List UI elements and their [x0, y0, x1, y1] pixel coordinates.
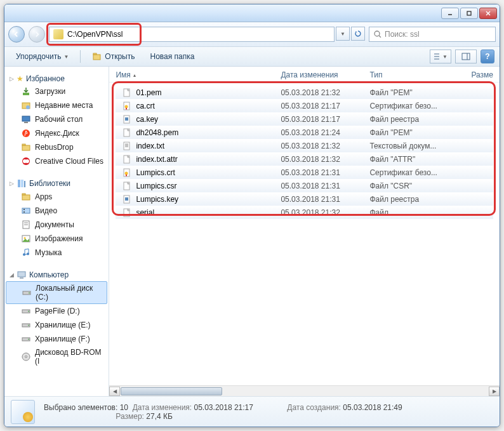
horizontal-scrollbar[interactable]: ◀ ▶	[109, 385, 500, 396]
file-name: ca.key	[136, 115, 158, 124]
svg-rect-28	[22, 194, 25, 195]
sidebar-item-fav-5[interactable]: Creative Cloud Files	[4, 154, 109, 168]
libraries-group: ▷Библиотеки AppsВидеоДокументыИзображени…	[4, 177, 109, 260]
computer-header[interactable]: ◢Компьютер	[4, 269, 109, 281]
file-date: 05.03.2018 21:31	[281, 168, 369, 177]
search-placeholder: Поиск: ssl	[385, 30, 420, 39]
sidebar-item-fav-0[interactable]: Загрузки	[4, 84, 109, 98]
svg-rect-17	[24, 122, 28, 123]
file-type: Файл	[369, 208, 471, 217]
refresh-button[interactable]	[351, 27, 365, 41]
organize-button[interactable]: Упорядочить ▼	[10, 50, 75, 63]
file-row[interactable]: ca.key05.03.2018 21:17Файл реестра	[116, 113, 493, 126]
svg-rect-39	[18, 272, 25, 277]
file-row[interactable]: Lumpics.csr05.03.2018 21:31Файл "CSR"	[116, 180, 493, 192]
svg-rect-1	[467, 11, 471, 15]
file-date: 05.03.2018 21:24	[281, 128, 369, 137]
column-name[interactable]: Имя ▴	[116, 70, 281, 79]
svg-rect-66	[125, 197, 128, 201]
file-name: serial	[136, 208, 154, 217]
svg-rect-16	[22, 116, 30, 121]
sidebar-item-fav-4[interactable]: RebusDrop	[4, 140, 109, 154]
file-name: index.txt.attr	[136, 155, 177, 164]
sidebar-item-comp-0[interactable]: Локальный диск (C:)	[6, 281, 107, 304]
sidebar-item-fav-1[interactable]: Недавние места	[4, 98, 109, 112]
file-row[interactable]: Lumpics.crt05.03.2018 21:31Сертификат бе…	[116, 166, 493, 179]
libraries-header[interactable]: ▷Библиотеки	[4, 177, 109, 190]
open-button[interactable]: Открыть	[86, 49, 141, 64]
svg-point-30	[23, 209, 25, 210]
svg-point-63	[125, 172, 128, 175]
svg-rect-29	[22, 208, 30, 213]
new-folder-button[interactable]: Новая папка	[143, 50, 201, 63]
file-row[interactable]: index.txt.attr05.03.2018 21:32Файл "ATTR…	[116, 153, 493, 166]
star-icon: ★	[17, 74, 23, 83]
sidebar-item-fav-2[interactable]: Рабочий стол	[4, 112, 109, 126]
back-button[interactable]	[8, 26, 25, 43]
scroll-right-arrow[interactable]: ▶	[489, 387, 500, 396]
open-icon	[92, 51, 102, 62]
address-dropdown[interactable]: ▼	[336, 27, 350, 41]
file-type: Файл реестра	[369, 115, 471, 124]
sidebar-item-comp-4[interactable]: Дисковод BD-ROM (I	[4, 346, 109, 368]
sidebar-item-comp-1[interactable]: PageFile (D:)	[4, 304, 109, 318]
column-headers: Имя ▴ Дата изменения Тип Разме	[109, 67, 500, 83]
file-row[interactable]: 01.pem05.03.2018 21:32Файл "PEM"	[116, 86, 493, 99]
address-bar[interactable]: C:\OpenVPN\ssl	[49, 27, 335, 42]
selection-icon	[11, 400, 35, 424]
view-options-button[interactable]: ▼	[430, 50, 451, 63]
sidebar-item-comp-2[interactable]: Хранилище (E:)	[4, 318, 109, 332]
help-button[interactable]: ?	[481, 50, 494, 63]
svg-rect-6	[93, 55, 100, 60]
svg-point-46	[28, 325, 29, 326]
file-type: Файл реестра	[369, 195, 471, 204]
favorites-group: ▷★Избранное ЗагрузкиНедавние местаРабочи…	[4, 73, 109, 168]
svg-rect-40	[20, 277, 23, 279]
svg-point-44	[28, 311, 29, 312]
file-row[interactable]: Lumpics.key05.03.2018 21:31Файл реестра	[116, 193, 493, 206]
file-name: Lumpics.key	[136, 195, 178, 204]
file-type: Текстовый докум...	[369, 142, 471, 150]
svg-rect-7	[93, 53, 96, 55]
file-type: Файл "CSR"	[369, 182, 471, 190]
forward-button[interactable]	[29, 26, 45, 43]
svg-rect-13	[23, 93, 29, 95]
file-name: Lumpics.csr	[136, 182, 176, 190]
file-type: Файл "ATTR"	[369, 155, 471, 164]
sidebar-item-lib-4[interactable]: Музыка	[4, 246, 109, 260]
sidebar-item-fav-3[interactable]: Яндекс.Диск	[4, 126, 109, 140]
file-name: index.txt	[136, 142, 164, 150]
file-row[interactable]: index.txt05.03.2018 21:32Текстовый докум…	[116, 140, 493, 152]
sidebar-item-lib-1[interactable]: Видео	[4, 204, 109, 218]
svg-rect-27	[22, 195, 30, 200]
column-type[interactable]: Тип	[369, 70, 471, 79]
navbar: C:\OpenVPN\ssl ▼ Поиск: ssl	[4, 22, 500, 46]
svg-line-5	[379, 36, 381, 37]
search-input[interactable]: Поиск: ssl	[369, 27, 496, 42]
preview-pane-button[interactable]	[455, 50, 477, 63]
file-row[interactable]: serial05.03.2018 21:32Файл	[116, 206, 493, 219]
sidebar-item-lib-0[interactable]: Apps	[4, 190, 109, 204]
file-row[interactable]: dh2048.pem05.03.2018 21:24Файл "PEM"	[116, 126, 493, 139]
statusbar: Выбрано элементов: 10 Дата изменения: 05…	[4, 396, 500, 427]
file-type: Файл "PEM"	[369, 128, 471, 137]
favorites-header[interactable]: ▷★Избранное	[4, 73, 109, 84]
search-icon	[373, 30, 382, 39]
maximize-button[interactable]	[460, 8, 478, 19]
scroll-thumb[interactable]	[121, 387, 222, 395]
scroll-left-arrow[interactable]: ◀	[109, 387, 120, 396]
status-text: Выбрано элементов: 10 Дата изменения: 05…	[44, 403, 402, 421]
sidebar-item-lib-2[interactable]: Документы	[4, 218, 109, 232]
svg-rect-24	[18, 180, 20, 187]
file-date: 05.03.2018 21:32	[281, 142, 369, 150]
column-size[interactable]: Разме	[471, 70, 493, 79]
minimize-button[interactable]	[441, 8, 459, 19]
svg-point-37	[23, 253, 25, 256]
svg-point-38	[27, 253, 29, 255]
sidebar-item-lib-3[interactable]: Изображения	[4, 232, 109, 246]
file-row[interactable]: ca.crt05.03.2018 21:17Сертификат безо...	[116, 100, 493, 112]
sidebar-item-comp-3[interactable]: Хранилище (F:)	[4, 332, 109, 346]
close-button[interactable]	[479, 8, 497, 19]
column-date[interactable]: Дата изменения	[281, 70, 369, 79]
file-pane: Имя ▴ Дата изменения Тип Разме 01.pem05.…	[109, 67, 500, 396]
